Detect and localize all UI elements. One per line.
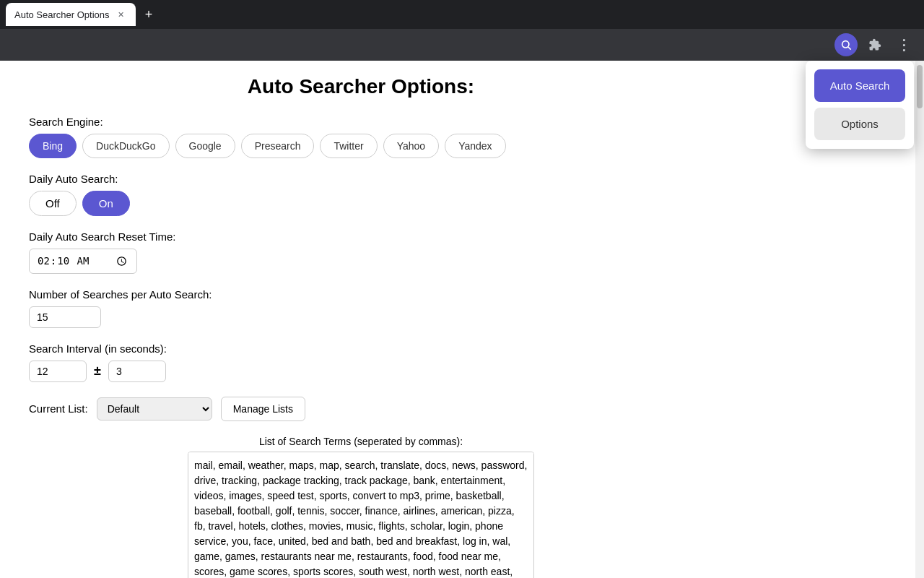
interval-section: Search Interval (in seconds): ± xyxy=(29,342,693,382)
engine-btn-yandex[interactable]: Yandex xyxy=(445,134,505,158)
toggle-button-group: Off On xyxy=(29,191,693,216)
tab-title: Auto Searcher Options xyxy=(14,9,110,20)
menu-button[interactable]: ⋮ xyxy=(892,33,915,56)
list-row: Current List: Default List 1 List 2 Mana… xyxy=(29,397,693,421)
engine-btn-google[interactable]: Google xyxy=(175,134,235,158)
svg-point-0 xyxy=(842,41,849,48)
current-list-select[interactable]: Default List 1 List 2 xyxy=(97,397,212,420)
search-extension-icon[interactable] xyxy=(834,33,858,56)
num-searches-section: Number of Searches per Auto Search: xyxy=(29,288,693,328)
pm-symbol: ± xyxy=(94,363,101,379)
current-list-section: Current List: Default List 1 List 2 Mana… xyxy=(29,397,693,421)
scroll-thumb[interactable] xyxy=(917,65,923,108)
reset-time-label: Daily Auto Search Reset Time: xyxy=(29,230,693,243)
terms-label: List of Search Terms (seperated by comma… xyxy=(29,436,693,447)
interval-value1-input[interactable] xyxy=(29,361,87,382)
popup-auto-search-button[interactable]: Auto Search xyxy=(814,69,905,102)
terms-wrapper: mail, email, weather, maps, map, search,… xyxy=(29,452,693,578)
toggle-on-button[interactable]: On xyxy=(82,191,130,216)
popup-panel: Auto Search Options xyxy=(806,61,914,149)
interval-value2-input[interactable] xyxy=(108,361,166,382)
title-bar: Auto Searcher Options ✕ + xyxy=(0,0,924,29)
engine-button-group: Bing DuckDuckGo Google Presearch Twitter… xyxy=(29,134,693,158)
terms-section: List of Search Terms (seperated by comma… xyxy=(29,436,693,578)
daily-auto-search-label: Daily Auto Search: xyxy=(29,173,693,185)
page-scrollbar[interactable] xyxy=(915,61,924,578)
browser-tab[interactable]: Auto Searcher Options ✕ xyxy=(6,3,136,26)
current-list-label: Current List: xyxy=(29,402,88,415)
reset-time-input[interactable] xyxy=(29,249,137,274)
reset-time-section: Daily Auto Search Reset Time: xyxy=(29,230,693,274)
browser-toolbar: ⋮ xyxy=(0,29,924,61)
terms-textarea[interactable]: mail, email, weather, maps, map, search,… xyxy=(188,452,534,578)
daily-auto-search-section: Daily Auto Search: Off On xyxy=(29,173,693,216)
new-tab-button[interactable]: + xyxy=(139,4,159,25)
page-title: Auto Searcher Options: xyxy=(29,75,693,98)
terms-textarea-container: mail, email, weather, maps, map, search,… xyxy=(188,452,534,578)
extensions-icon[interactable] xyxy=(863,33,886,56)
search-engine-label: Search Engine: xyxy=(29,116,693,128)
num-searches-label: Number of Searches per Auto Search: xyxy=(29,288,693,301)
engine-btn-twitter[interactable]: Twitter xyxy=(320,134,377,158)
engine-btn-duckduckgo[interactable]: DuckDuckGo xyxy=(82,134,169,158)
popup-options-button[interactable]: Options xyxy=(814,108,905,140)
interval-label: Search Interval (in seconds): xyxy=(29,342,693,355)
tab-close-button[interactable]: ✕ xyxy=(116,9,127,20)
engine-btn-presearch[interactable]: Presearch xyxy=(241,134,315,158)
engine-btn-yahoo[interactable]: Yahoo xyxy=(383,134,439,158)
manage-lists-button[interactable]: Manage Lists xyxy=(221,397,305,421)
engine-btn-bing[interactable]: Bing xyxy=(29,134,77,158)
main-content: Auto Searcher Options: Search Engine: Bi… xyxy=(0,61,722,578)
toggle-off-button[interactable]: Off xyxy=(29,191,77,216)
num-searches-input[interactable] xyxy=(29,306,101,328)
svg-line-1 xyxy=(848,47,851,50)
interval-row: ± xyxy=(29,361,693,382)
search-engine-section: Search Engine: Bing DuckDuckGo Google Pr… xyxy=(29,116,693,158)
